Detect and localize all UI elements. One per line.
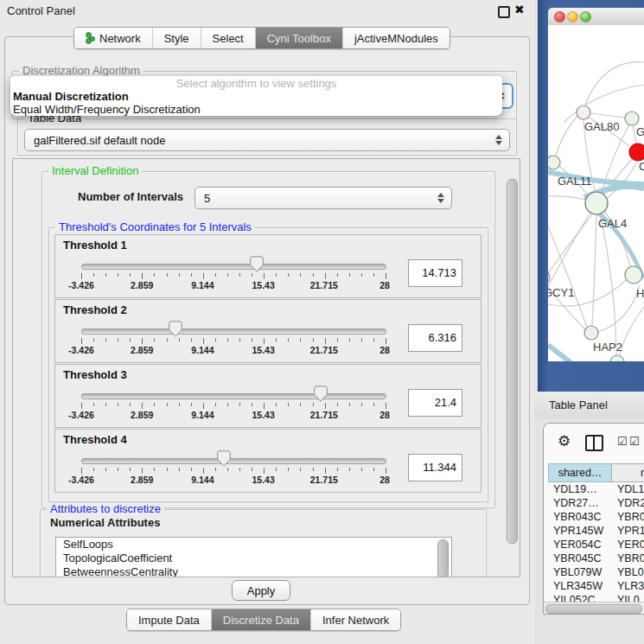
table-panel-region: ⚙ ☑ ☑ shared… na YDL19…YDL1YDR27…YDR2YBR… [534, 418, 644, 644]
vertical-scrollbar[interactable] [507, 179, 518, 544]
tick-mark [313, 403, 314, 406]
tab-select[interactable]: Select [201, 28, 256, 48]
attribute-list-item[interactable]: BetweennessCentrality [56, 565, 451, 577]
close-icon[interactable]: ✖ [514, 3, 525, 16]
table-row[interactable]: YDR27…YDR2 [548, 496, 644, 510]
threshold-value-field[interactable]: 21.4 [408, 389, 462, 417]
node-label: GA [636, 125, 644, 138]
network-canvas[interactable]: GAL80 GA C GAL11 GAL4 GCY1 H HAP2 [548, 25, 644, 361]
table-data-combobox[interactable]: galFiltered.sif default node [24, 129, 510, 151]
tick-mark [215, 273, 216, 277]
table-row[interactable]: YER054CYER0 [548, 538, 644, 552]
slider-ticks [81, 338, 386, 345]
table-cell[interactable]: YBR045C [548, 552, 607, 564]
tab-cyni-toolbox[interactable]: Cyni Toolbox [256, 28, 343, 48]
node-h[interactable] [625, 266, 642, 284]
horizontal-scrollbar[interactable] [544, 602, 644, 614]
tick-mark [361, 403, 362, 406]
table-cell[interactable]: YDL1 [607, 483, 644, 495]
table-cell[interactable]: YBR0 [607, 511, 644, 523]
node-gal4[interactable] [585, 192, 608, 214]
scale-label: 2.859 [131, 280, 153, 290]
attribute-list-item[interactable]: SelfLoops [56, 538, 451, 552]
network-view-window: GAL80 GA C GAL11 GAL4 GCY1 H HAP2 [538, 0, 644, 392]
threshold-value-field[interactable]: 6.316 [408, 324, 462, 352]
node-gal11[interactable] [548, 156, 560, 169]
table-row[interactable]: YDL19…YDL1 [548, 482, 644, 496]
slider-thumb[interactable] [169, 321, 182, 337]
dropdown-option[interactable]: Equal Width/Frequency Discretization [10, 103, 502, 116]
table-row[interactable]: YBL079WYBL0 [548, 565, 644, 579]
gear-icon[interactable]: ⚙ [558, 432, 571, 450]
minimize-traffic-light-icon[interactable] [567, 11, 578, 22]
threshold-value-field[interactable]: 11.344 [408, 454, 462, 481]
tab-style[interactable]: Style [153, 28, 201, 48]
tab-infer-network[interactable]: Infer Network [311, 609, 400, 630]
tick-mark [386, 468, 386, 474]
slider-thumb[interactable] [314, 386, 328, 402]
threshold-value-field[interactable]: 14.713 [408, 259, 462, 287]
attributes-list[interactable]: SelfLoopsTopologicalCoefficientBetweenne… [55, 537, 452, 577]
network-window-titlebar[interactable] [548, 8, 644, 26]
tick-mark [130, 273, 131, 277]
slider-track[interactable] [81, 328, 386, 335]
table-row[interactable]: YPR145WYPR1 [548, 524, 644, 538]
zoom-traffic-light-icon[interactable] [580, 11, 591, 22]
attribute-list-item[interactable]: TopologicalCoefficient [56, 552, 451, 565]
tick-mark [313, 468, 314, 471]
list-scrollbar[interactable] [437, 539, 449, 577]
column-header[interactable]: shared… [548, 463, 612, 482]
slider-track[interactable] [81, 393, 386, 399]
node-gal80[interactable] [577, 105, 590, 119]
combo-stepper-icon [495, 135, 501, 145]
network-graph: GAL80 GA C GAL11 GAL4 GCY1 H HAP2 [548, 25, 644, 361]
slider-thumb[interactable] [250, 256, 264, 272]
threshold-label: Threshold 1 [63, 239, 127, 252]
table-cell[interactable]: YDR27… [548, 497, 607, 509]
close-traffic-light-icon[interactable] [554, 11, 565, 22]
tick-mark [264, 403, 265, 409]
table-cell[interactable]: YDL19… [548, 483, 607, 495]
split-panel-icon[interactable] [585, 435, 603, 451]
tab-impute-data[interactable]: Impute Data [127, 609, 212, 630]
tick-mark [239, 468, 240, 471]
table-cell[interactable]: YBR043C [548, 511, 607, 523]
table-cell[interactable]: YPR1 [607, 525, 644, 537]
float-window-icon[interactable] [498, 6, 510, 18]
table-cell[interactable]: YER0 [607, 539, 644, 551]
node-attribute-table: shared… na YDL19…YDL1YDR27…YDR2YBR043CYB… [548, 463, 644, 607]
table-cell[interactable]: YBL079W [548, 566, 607, 578]
tick-mark [337, 468, 338, 471]
table-cell[interactable]: YLR3 [607, 580, 644, 592]
table-cell[interactable]: YBR0 [607, 552, 644, 564]
apply-button[interactable]: Apply [232, 580, 290, 601]
tick-mark [93, 338, 94, 341]
tab-jactivemnodules[interactable]: jActiveMNodules [343, 28, 450, 48]
num-intervals-combobox[interactable]: 5 [194, 187, 452, 209]
table-row[interactable]: YBR043CYBR0 [548, 510, 644, 524]
table-cell[interactable]: YDR2 [607, 497, 644, 509]
slider-thumb[interactable] [217, 450, 231, 467]
table-row[interactable]: YLR345WYLR3 [548, 579, 644, 593]
tick-mark [264, 273, 265, 279]
slider-scale-labels: -3.4262.8599.14415.4321.71528 [81, 345, 385, 355]
table-cell[interactable]: YPR145W [548, 525, 607, 537]
checkbox-icon[interactable]: ☑ [629, 437, 640, 446]
node-partial[interactable] [610, 355, 624, 361]
slider-track[interactable] [81, 458, 386, 464]
dropdown-option[interactable]: Manual Discretization [10, 90, 502, 103]
slider-track[interactable] [81, 264, 386, 270]
tick-mark [386, 273, 386, 279]
table-cell[interactable]: YBL0 [607, 566, 644, 578]
table-cell[interactable]: YLR345W [548, 580, 607, 592]
tab-network[interactable]: Network [74, 28, 153, 48]
table-row[interactable]: YBR045CYBR0 [548, 552, 644, 565]
node-red-selected[interactable] [629, 143, 644, 161]
tick-mark [276, 273, 277, 277]
column-header[interactable]: na [611, 463, 644, 482]
node-hap2[interactable] [584, 326, 598, 340]
checkbox-icon[interactable]: ☑ [617, 437, 628, 446]
tab-discretize-data[interactable]: Discretize Data [212, 609, 311, 630]
node-ga[interactable] [625, 112, 639, 125]
table-cell[interactable]: YER054C [548, 539, 607, 551]
